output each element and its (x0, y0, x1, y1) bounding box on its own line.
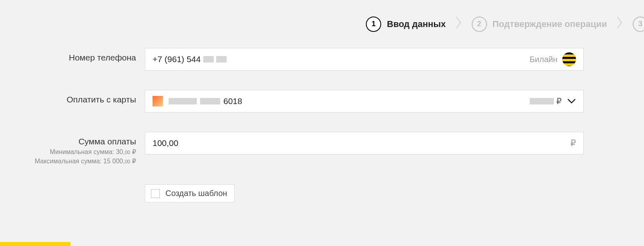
card-last4: 6018 (223, 96, 242, 106)
redacted-block (203, 56, 214, 63)
amount-value: 100,00 (153, 138, 178, 148)
amount-input[interactable]: 100,00 ₽ (145, 132, 584, 154)
card-name: 6018 (169, 96, 242, 106)
ruble-icon: ₽ (570, 138, 576, 148)
phone-value: +7 (961) 544 (153, 54, 227, 64)
redacted-block (530, 98, 554, 104)
step-3: 3 (633, 17, 644, 32)
step-2: 2 Подтверждение операции (472, 17, 607, 32)
card-row: Оплатить с карты 6018 ₽ (0, 90, 584, 113)
ruble-icon: ₽ (556, 96, 561, 106)
progress-stepper: 1 Ввод данных 2 Подтверждение операции 3 (0, 0, 644, 48)
amount-hint-max: Максимальная сумма: 15 000,00 ₽ (0, 157, 136, 165)
step-2-label: Подтверждение операции (493, 19, 607, 29)
redacted-block (169, 98, 197, 104)
checkbox-icon (151, 189, 160, 198)
card-balance: ₽ (530, 96, 561, 106)
step-1-number: 1 (366, 17, 381, 32)
amount-label-col: Сумма оплаты Минимальная сумма: 30,00 ₽ … (0, 132, 145, 165)
card-label-col: Оплатить с карты (0, 90, 145, 104)
operator-name: Билайн (530, 55, 557, 64)
phone-field-col: +7 (961) 544 Билайн (145, 48, 584, 71)
phone-input[interactable]: +7 (961) 544 Билайн (145, 48, 584, 71)
step-1: 1 Ввод данных (366, 17, 446, 32)
amount-row: Сумма оплаты Минимальная сумма: 30,00 ₽ … (0, 132, 584, 165)
step-separator-icon (454, 16, 464, 32)
card-brand-icon (153, 96, 163, 106)
phone-prefix: +7 (961) 544 (153, 54, 201, 64)
chevron-down-icon (567, 96, 576, 106)
card-label: Оплатить с карты (0, 95, 136, 104)
redacted-block (200, 98, 220, 104)
beeline-icon (562, 52, 576, 66)
amount-hint-min: Минимальная сумма: 30,00 ₽ (0, 148, 136, 156)
amount-label: Сумма оплаты (0, 137, 136, 146)
phone-label: Номер телефона (0, 53, 136, 63)
amount-field-col: 100,00 ₽ (145, 132, 584, 154)
payment-form: Номер телефона +7 (961) 544 Билайн Оплат… (0, 48, 644, 202)
step-1-label: Ввод данных (387, 19, 446, 29)
operator-info: Билайн (530, 52, 576, 66)
phone-row: Номер телефона +7 (961) 544 Билайн (0, 48, 584, 71)
redacted-block (216, 56, 227, 63)
phone-label-col: Номер телефона (0, 48, 145, 63)
card-select[interactable]: 6018 ₽ (145, 90, 584, 113)
create-template-toggle[interactable]: Создать шаблон (145, 184, 235, 202)
step-2-number: 2 (472, 17, 487, 32)
step-3-number: 3 (633, 17, 644, 32)
create-template-label: Создать шаблон (165, 189, 227, 198)
card-field-col: 6018 ₽ (145, 90, 584, 113)
accent-strip (0, 242, 70, 246)
step-separator-icon (615, 16, 625, 32)
